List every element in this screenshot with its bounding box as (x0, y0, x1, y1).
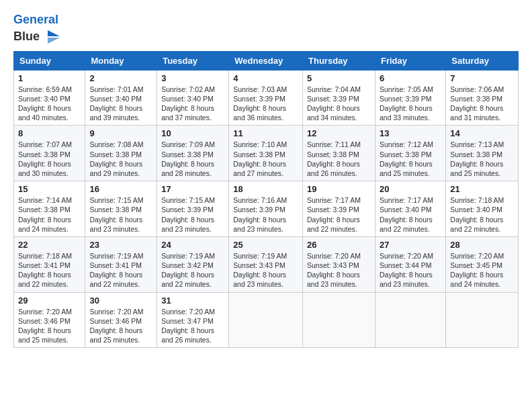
calendar-cell: 21 Sunrise: 7:18 AMSunset: 3:40 PMDaylig… (446, 181, 519, 237)
day-header-friday: Friday (375, 51, 445, 70)
calendar-week-row: 1 Sunrise: 6:59 AMSunset: 3:40 PMDayligh… (14, 70, 519, 126)
calendar-cell: 6 Sunrise: 7:05 AMSunset: 3:39 PMDayligh… (375, 70, 445, 126)
svg-marker-0 (48, 30, 60, 36)
calendar-cell: 20 Sunrise: 7:17 AMSunset: 3:40 PMDaylig… (375, 181, 445, 237)
cell-info: Sunrise: 7:19 AMSunset: 3:42 PMDaylight:… (161, 251, 224, 289)
calendar-cell: 23 Sunrise: 7:19 AMSunset: 3:41 PMDaylig… (85, 236, 157, 292)
day-number: 7 (450, 73, 514, 83)
day-number: 23 (89, 240, 152, 250)
day-number: 17 (161, 184, 224, 194)
day-header-sunday: Sunday (14, 51, 85, 70)
day-number: 3 (161, 73, 224, 83)
day-number: 12 (307, 128, 371, 138)
cell-info: Sunrise: 7:10 AMSunset: 3:38 PMDaylight:… (233, 140, 298, 178)
cell-info: Sunrise: 7:12 AMSunset: 3:38 PMDaylight:… (380, 140, 441, 178)
cell-info: Sunrise: 7:20 AMSunset: 3:45 PMDaylight:… (450, 251, 514, 289)
cell-info: Sunrise: 7:02 AMSunset: 3:40 PMDaylight:… (161, 85, 224, 123)
calendar-table: SundayMondayTuesdayWednesdayThursdayFrid… (13, 51, 519, 348)
calendar-cell: 9 Sunrise: 7:08 AMSunset: 3:38 PMDayligh… (85, 126, 157, 181)
cell-info: Sunrise: 7:20 AMSunset: 3:44 PMDaylight:… (380, 251, 441, 289)
calendar-cell: 18 Sunrise: 7:16 AMSunset: 3:39 PMDaylig… (229, 181, 303, 237)
calendar-header-row: SundayMondayTuesdayWednesdayThursdayFrid… (14, 51, 519, 70)
day-number: 30 (89, 295, 152, 306)
cell-info: Sunrise: 7:18 AMSunset: 3:40 PMDaylight:… (450, 195, 514, 234)
calendar-week-row: 8 Sunrise: 7:07 AMSunset: 3:38 PMDayligh… (14, 126, 519, 181)
calendar-cell (375, 292, 445, 348)
calendar-cell: 11 Sunrise: 7:10 AMSunset: 3:38 PMDaylig… (229, 126, 303, 181)
calendar-cell: 3 Sunrise: 7:02 AMSunset: 3:40 PMDayligh… (157, 70, 229, 126)
day-header-tuesday: Tuesday (157, 51, 229, 70)
calendar-week-row: 29 Sunrise: 7:20 AMSunset: 3:46 PMDaylig… (14, 292, 519, 348)
logo-icon (41, 27, 61, 47)
day-number: 20 (380, 184, 441, 194)
calendar-cell: 16 Sunrise: 7:15 AMSunset: 3:38 PMDaylig… (85, 181, 157, 237)
calendar-cell: 25 Sunrise: 7:19 AMSunset: 3:43 PMDaylig… (229, 236, 303, 292)
day-number: 28 (450, 240, 514, 250)
cell-info: Sunrise: 7:01 AMSunset: 3:40 PMDaylight:… (89, 85, 152, 123)
cell-info: Sunrise: 7:19 AMSunset: 3:43 PMDaylight:… (233, 251, 298, 289)
day-header-monday: Monday (85, 51, 157, 70)
calendar-cell: 26 Sunrise: 7:20 AMSunset: 3:43 PMDaylig… (303, 236, 375, 292)
calendar-cell: 31 Sunrise: 7:20 AMSunset: 3:47 PMDaylig… (157, 292, 229, 348)
cell-info: Sunrise: 7:15 AMSunset: 3:38 PMDaylight:… (89, 195, 152, 234)
day-number: 18 (233, 184, 298, 194)
day-number: 15 (18, 184, 81, 194)
cell-info: Sunrise: 7:08 AMSunset: 3:38 PMDaylight:… (89, 140, 152, 178)
day-number: 9 (89, 128, 152, 138)
calendar-week-row: 22 Sunrise: 7:18 AMSunset: 3:41 PMDaylig… (14, 236, 519, 292)
calendar-cell: 7 Sunrise: 7:06 AMSunset: 3:38 PMDayligh… (446, 70, 519, 126)
cell-info: Sunrise: 7:19 AMSunset: 3:41 PMDaylight:… (89, 251, 152, 289)
cell-info: Sunrise: 7:05 AMSunset: 3:39 PMDaylight:… (380, 85, 441, 123)
calendar-cell: 22 Sunrise: 7:18 AMSunset: 3:41 PMDaylig… (14, 236, 85, 292)
logo: General Blue (13, 13, 61, 47)
calendar-cell: 1 Sunrise: 6:59 AMSunset: 3:40 PMDayligh… (14, 70, 85, 126)
day-number: 8 (18, 128, 81, 138)
calendar-cell: 28 Sunrise: 7:20 AMSunset: 3:45 PMDaylig… (446, 236, 519, 292)
svg-marker-1 (48, 38, 60, 44)
day-number: 27 (380, 240, 441, 250)
calendar-cell: 10 Sunrise: 7:09 AMSunset: 3:38 PMDaylig… (157, 126, 229, 181)
cell-info: Sunrise: 7:18 AMSunset: 3:41 PMDaylight:… (18, 251, 81, 289)
calendar-cell: 15 Sunrise: 7:14 AMSunset: 3:38 PMDaylig… (14, 181, 85, 237)
calendar-cell: 2 Sunrise: 7:01 AMSunset: 3:40 PMDayligh… (85, 70, 157, 126)
calendar-cell: 8 Sunrise: 7:07 AMSunset: 3:38 PMDayligh… (14, 126, 85, 181)
cell-info: Sunrise: 7:16 AMSunset: 3:39 PMDaylight:… (233, 195, 298, 234)
page: General Blue SundayMondayTuesdayWednesda… (0, 0, 532, 411)
cell-info: Sunrise: 7:13 AMSunset: 3:38 PMDaylight:… (450, 140, 514, 178)
calendar-cell (229, 292, 303, 348)
calendar-cell: 29 Sunrise: 7:20 AMSunset: 3:46 PMDaylig… (14, 292, 85, 348)
day-number: 29 (18, 295, 81, 306)
calendar-cell: 4 Sunrise: 7:03 AMSunset: 3:39 PMDayligh… (229, 70, 303, 126)
cell-info: Sunrise: 7:17 AMSunset: 3:39 PMDaylight:… (307, 195, 371, 234)
day-number: 21 (450, 184, 514, 194)
cell-info: Sunrise: 7:20 AMSunset: 3:46 PMDaylight:… (18, 307, 81, 345)
day-header-thursday: Thursday (303, 51, 375, 70)
calendar-cell: 13 Sunrise: 7:12 AMSunset: 3:38 PMDaylig… (375, 126, 445, 181)
day-number: 16 (89, 184, 152, 194)
day-number: 19 (307, 184, 371, 194)
day-number: 11 (233, 128, 298, 138)
day-header-wednesday: Wednesday (229, 51, 303, 70)
cell-info: Sunrise: 7:14 AMSunset: 3:38 PMDaylight:… (18, 195, 81, 234)
day-number: 2 (89, 73, 152, 83)
cell-info: Sunrise: 7:20 AMSunset: 3:43 PMDaylight:… (307, 251, 371, 289)
day-number: 22 (18, 240, 81, 250)
cell-info: Sunrise: 7:20 AMSunset: 3:46 PMDaylight:… (89, 307, 152, 345)
cell-info: Sunrise: 7:20 AMSunset: 3:47 PMDaylight:… (161, 307, 224, 345)
logo-line1: General (13, 13, 58, 26)
cell-info: Sunrise: 7:09 AMSunset: 3:38 PMDaylight:… (161, 140, 224, 178)
cell-info: Sunrise: 7:17 AMSunset: 3:40 PMDaylight:… (380, 195, 441, 234)
calendar-cell: 27 Sunrise: 7:20 AMSunset: 3:44 PMDaylig… (375, 236, 445, 292)
calendar-cell: 30 Sunrise: 7:20 AMSunset: 3:46 PMDaylig… (85, 292, 157, 348)
cell-info: Sunrise: 7:03 AMSunset: 3:39 PMDaylight:… (233, 85, 298, 123)
cell-info: Sunrise: 6:59 AMSunset: 3:40 PMDaylight:… (18, 85, 81, 123)
cell-info: Sunrise: 7:06 AMSunset: 3:38 PMDaylight:… (450, 85, 514, 123)
logo-text: General Blue (13, 13, 61, 47)
day-header-saturday: Saturday (446, 51, 519, 70)
day-number: 25 (233, 240, 298, 250)
day-number: 6 (380, 73, 441, 83)
calendar-cell: 5 Sunrise: 7:04 AMSunset: 3:39 PMDayligh… (303, 70, 375, 126)
day-number: 10 (161, 128, 224, 138)
day-number: 14 (450, 128, 514, 138)
calendar-cell: 14 Sunrise: 7:13 AMSunset: 3:38 PMDaylig… (446, 126, 519, 181)
